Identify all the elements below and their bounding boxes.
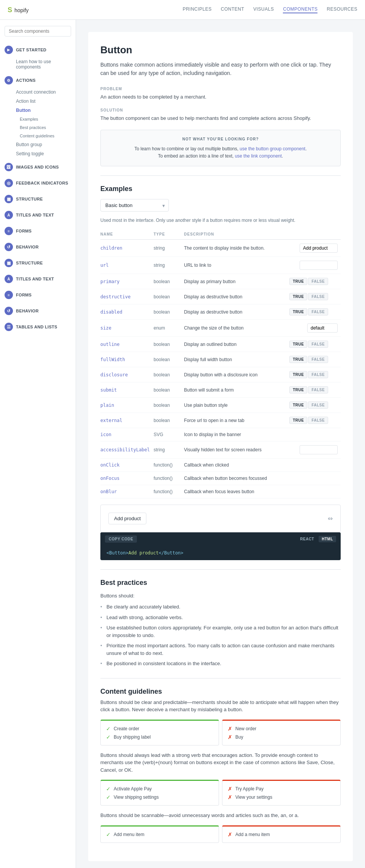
cg-good-box-2: ✓ Activate Apple Pay ✓ View shipping set… [100, 780, 219, 806]
sidebar-images-header[interactable]: 🖼 IMAGES AND ICONS [0, 160, 76, 174]
table-row: icon SVG Icon to display in the banner [100, 428, 341, 441]
cg-item-label: View shipping settings [114, 795, 159, 800]
prop-name: disabled [100, 304, 154, 320]
sidebar-item-best-practices[interactable]: Best practices [0, 123, 76, 132]
check-icon: ✓ [106, 794, 111, 800]
sidebar-item-learn[interactable]: Learn how to use components [0, 57, 76, 72]
examples-heading: Examples [100, 185, 341, 193]
cg-bad-box-1: ✗ New order ✗ Buy [222, 720, 341, 745]
react-tab[interactable]: REACT [297, 536, 317, 542]
cg-bad-box-2: ✗ Try Apple Pay ✗ View your settings [222, 780, 341, 806]
preview-button[interactable]: Add product [108, 513, 146, 524]
primary-true-btn[interactable]: TRUE [289, 278, 307, 285]
disclosure-false-btn[interactable]: FALSE [308, 371, 328, 378]
children-input[interactable] [300, 244, 338, 253]
prop-name: onFocus [100, 472, 154, 485]
behavior-icon: ↺ [5, 243, 13, 251]
cg-grid-2: ✓ Activate Apple Pay ✓ View shipping set… [100, 780, 341, 806]
disabled-true-btn[interactable]: TRUE [289, 308, 307, 315]
nav-components[interactable]: COMPONENTS [283, 6, 317, 13]
fullwidth-false-btn[interactable]: FALSE [308, 356, 328, 363]
forms-icon: ≡ [5, 227, 13, 235]
sidebar-section-titles: A TITLES AND TEXT [0, 208, 76, 222]
sidebar-forms-header[interactable]: ≡ FORMS [0, 224, 76, 238]
table-row: plain boolean Use plain button style TRU… [100, 398, 341, 413]
code-tag-open: <Button> [106, 550, 129, 556]
sidebar-tables-header[interactable]: ☰ TABLES AND LISTS [0, 320, 76, 334]
external-true-btn[interactable]: TRUE [289, 417, 307, 424]
sidebar-item-content-guidelines[interactable]: Content guidelines [0, 132, 76, 140]
sidebar-get-started-header[interactable]: ▶ GET STARTED [0, 43, 76, 57]
nav-principles[interactable]: PRINCIPLES [182, 6, 211, 13]
sidebar-section-actions: ⚙ ACTIONS Account connection Action list… [0, 73, 76, 158]
outline-toggle: TRUE FALSE [289, 341, 338, 348]
nav-resources[interactable]: RESOURCES [327, 6, 357, 13]
behavior2-icon: ↺ [5, 307, 13, 315]
content-card: Button Buttons make common actions immed… [88, 32, 353, 861]
logo[interactable]: S hopify [8, 5, 42, 14]
url-input[interactable] [300, 261, 338, 270]
sidebar-section-structure2: ▦ STRUCTURE [0, 256, 76, 270]
outline-false-btn[interactable]: FALSE [308, 341, 328, 348]
example-select[interactable]: Basic button Destructive button Disabled… [100, 199, 169, 212]
list-item: Use established button colors appropriat… [100, 623, 341, 640]
disabled-false-btn[interactable]: FALSE [308, 308, 328, 315]
prop-type: boolean [154, 367, 184, 382]
sidebar-structure-header[interactable]: ▦ STRUCTURE [0, 192, 76, 206]
nav-content[interactable]: CONTENT [221, 6, 244, 13]
cg-item: ✗ Try Apple Pay [228, 785, 335, 793]
destructive-true-btn[interactable]: TRUE [289, 293, 307, 300]
sidebar-section-tables: ☰ TABLES AND LISTS [0, 320, 76, 334]
table-row: url string URL to link to [100, 257, 341, 274]
submit-true-btn[interactable]: TRUE [289, 386, 307, 393]
primary-false-btn[interactable]: FALSE [308, 278, 328, 285]
button-group-link[interactable]: use the button group component [240, 146, 305, 151]
list-item: Lead with strong, actionable verbs. [100, 612, 341, 623]
col-type: TYPE [154, 229, 184, 240]
disclosure-true-btn[interactable]: TRUE [289, 371, 307, 378]
sidebar-item-examples[interactable]: Examples [0, 115, 76, 123]
submit-false-btn[interactable]: FALSE [308, 386, 328, 393]
sidebar-structure2-header[interactable]: ▦ STRUCTURE [0, 256, 76, 270]
primary-toggle: TRUE FALSE [289, 278, 338, 285]
external-false-btn[interactable]: FALSE [308, 417, 328, 424]
prop-type: boolean [154, 413, 184, 428]
check-icon: ✓ [106, 786, 111, 792]
sidebar-titles2-header[interactable]: A TITLES AND TEXT [0, 272, 76, 286]
structure-icon: ▦ [5, 195, 13, 203]
nav-visuals[interactable]: VISUALS [253, 6, 274, 13]
sidebar-item-button[interactable]: Button [0, 106, 76, 115]
col-name: NAME [100, 229, 154, 240]
info-box-line2: To embed an action into a line of text, … [107, 153, 334, 160]
sidebar-section-feedback: ◎ FEEDBACK INDICATORS [0, 176, 76, 190]
cg-item-label: Create order [114, 726, 139, 731]
sidebar-item-button-group[interactable]: Button group [0, 140, 76, 149]
size-select[interactable]: default slim large [307, 323, 338, 333]
fullwidth-true-btn[interactable]: TRUE [289, 356, 307, 363]
sidebar-item-account-connection[interactable]: Account connection [0, 88, 76, 97]
search-input[interactable] [5, 26, 71, 37]
accessibility-label-input[interactable] [300, 445, 338, 454]
top-nav: S hopify PRINCIPLES CONTENT VISUALS COMP… [0, 0, 365, 20]
sidebar-item-setting-toggle[interactable]: Setting toggle [0, 149, 76, 158]
plain-false-btn[interactable]: FALSE [308, 401, 328, 409]
html-tab[interactable]: HTML [319, 536, 336, 542]
link-component-link[interactable]: use the link component [235, 153, 282, 159]
forms2-icon: ≡ [5, 291, 13, 299]
sidebar-actions-header[interactable]: ⚙ ACTIONS [0, 73, 76, 88]
destructive-false-btn[interactable]: FALSE [308, 293, 328, 300]
sidebar-titles-header[interactable]: A TITLES AND TEXT [0, 208, 76, 222]
prop-desc: Visually hidden text for screen readers [184, 441, 289, 459]
sidebar-item-action-list[interactable]: Action list [0, 97, 76, 106]
sidebar-behavior2-header[interactable]: ↺ BEHAVIOR [0, 304, 76, 318]
sidebar-feedback-header[interactable]: ◎ FEEDBACK INDICATORS [0, 176, 76, 190]
cg-item: ✓ Add menu item [106, 830, 213, 839]
outline-true-btn[interactable]: TRUE [289, 341, 307, 348]
plain-true-btn[interactable]: TRUE [289, 401, 307, 409]
sidebar-forms2-header[interactable]: ≡ FORMS [0, 288, 76, 302]
copy-code-button[interactable]: COPY CODE [105, 535, 137, 543]
shopify-logo-icon: S hopify [8, 5, 42, 14]
code-text: Add product [129, 550, 159, 556]
sidebar-behavior-header[interactable]: ↺ BEHAVIOR [0, 240, 76, 254]
page-title: Button [100, 44, 341, 56]
